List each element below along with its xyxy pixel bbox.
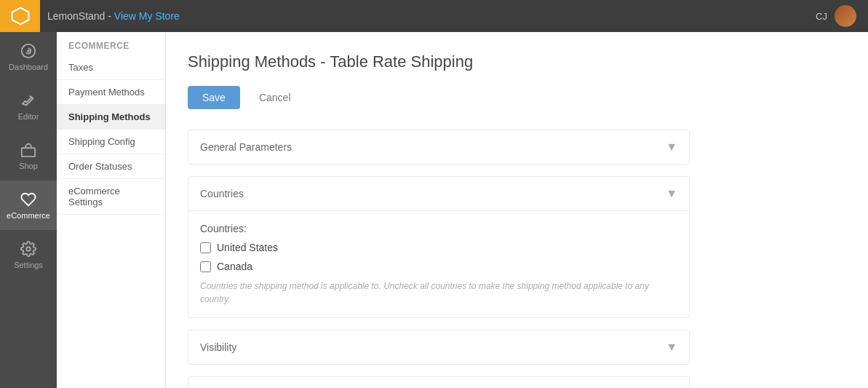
sidebar-item-ecommerce[interactable]: eCommerce: [0, 181, 57, 230]
sub-sidebar: eCommerce Taxes Payment Methods Shipping…: [57, 0, 166, 388]
main-content: Shipping Methods - Table Rate Shipping S…: [166, 0, 868, 388]
sidebar-item-shipping-methods[interactable]: Shipping Methods: [57, 105, 165, 130]
united-states-label[interactable]: United States: [217, 242, 278, 253]
logo-icon: [10, 6, 31, 26]
sidebar-item-editor[interactable]: Editor: [0, 82, 57, 131]
sidebar-label-ecommerce: eCommerce: [7, 211, 50, 220]
topbar-title: LemonStand - View My Store: [47, 10, 180, 22]
rates-panel: Rates ▼: [188, 376, 690, 388]
chevron-down-icon-2: ▼: [666, 341, 677, 354]
avatar-img: [835, 5, 856, 27]
view-store-link[interactable]: View My Store: [114, 10, 180, 22]
sub-sidebar-section: eCommerce: [57, 32, 165, 55]
dashboard-icon: [20, 42, 37, 60]
visibility-panel: Visibility ▼: [188, 330, 690, 365]
svg-point-2: [27, 50, 30, 52]
sidebar-item-payment-methods[interactable]: Payment Methods: [57, 80, 165, 105]
sidebar-label-dashboard: Dashboard: [9, 63, 48, 71]
topbar-left: LemonStand - View My Store: [0, 0, 180, 32]
settings-icon: [20, 240, 37, 258]
user-initials: CJ: [816, 11, 827, 22]
ecommerce-icon: [20, 191, 37, 208]
countries-help-text: Countries the shipping method is applica…: [200, 280, 677, 306]
general-parameters-title: General Parameters: [200, 141, 292, 153]
sidebar-item-order-statuses[interactable]: Order Statuses: [57, 154, 165, 179]
sidebar-label-editor: Editor: [18, 112, 39, 121]
sidebar-item-shop[interactable]: Shop: [0, 131, 57, 181]
svg-rect-4: [22, 148, 35, 157]
visibility-title: Visibility: [200, 341, 236, 353]
page-title: Shipping Methods - Table Rate Shipping: [188, 52, 846, 71]
united-states-row: United States: [200, 242, 677, 253]
united-states-checkbox[interactable]: [200, 242, 211, 253]
sidebar-item-ecommerce-settings[interactable]: eCommerce Settings: [57, 179, 165, 215]
editor-icon: [20, 92, 37, 109]
topbar-right: CJ: [816, 5, 856, 27]
svg-point-5: [26, 247, 31, 251]
save-button[interactable]: Save: [188, 86, 240, 109]
action-bar: Save Cancel: [188, 86, 846, 109]
icon-sidebar: Dashboard Editor Shop eCommerce Settings: [0, 0, 57, 388]
content-body: Shipping Methods - Table Rate Shipping S…: [166, 32, 868, 388]
sidebar-label-shop: Shop: [19, 162, 38, 170]
canada-label[interactable]: Canada: [217, 261, 252, 272]
topbar: LemonStand - View My Store CJ: [0, 0, 868, 32]
cancel-button[interactable]: Cancel: [247, 86, 303, 109]
rates-header[interactable]: Rates ▼: [188, 377, 689, 388]
logo-box: [0, 0, 40, 32]
sidebar-item-dashboard[interactable]: Dashboard: [0, 32, 57, 82]
sidebar-item-shipping-config[interactable]: Shipping Config: [57, 130, 165, 154]
countries-field-label: Countries:: [200, 223, 677, 234]
avatar: [835, 5, 856, 27]
sidebar-item-taxes[interactable]: Taxes: [57, 55, 165, 80]
shop-icon: [20, 141, 37, 159]
canada-checkbox[interactable]: [200, 261, 211, 272]
svg-marker-0: [12, 8, 28, 25]
brand-name: LemonStand: [47, 10, 105, 22]
countries-title: Countries: [200, 188, 244, 199]
countries-panel: Countries ▼ Countries: United States Can…: [188, 176, 690, 318]
countries-body: Countries: United States Canada Countrie…: [188, 210, 689, 317]
general-parameters-header[interactable]: General Parameters ▼: [188, 130, 689, 164]
sidebar-label-settings: Settings: [14, 261, 43, 269]
countries-header[interactable]: Countries ▼: [188, 177, 689, 210]
general-parameters-panel: General Parameters ▼: [188, 130, 690, 165]
canada-row: Canada: [200, 261, 677, 272]
sidebar-item-settings[interactable]: Settings: [0, 230, 57, 280]
visibility-header[interactable]: Visibility ▼: [188, 330, 689, 364]
chevron-down-icon: ▼: [666, 140, 677, 154]
chevron-up-icon: ▼: [666, 187, 677, 200]
